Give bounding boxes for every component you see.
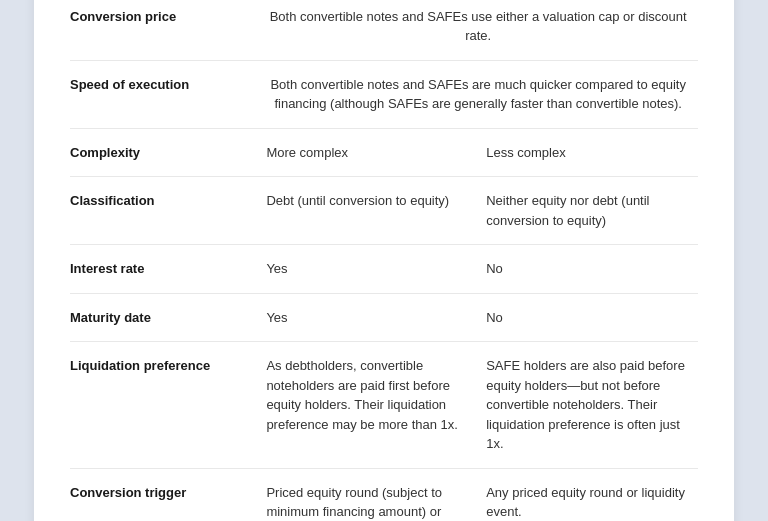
row-merged-speed-of-execution: Both convertible notes and SAFEs are muc… [258,60,698,128]
row-col2-interest-rate: No [478,245,698,294]
table-row-liquidation-preference: Liquidation preferenceAs debtholders, co… [70,342,698,469]
row-col1-classification: Debt (until conversion to equity) [258,177,478,245]
row-col1-maturity-date: Yes [258,293,478,342]
row-col1-interest-rate: Yes [258,245,478,294]
row-label-classification: Classification [70,177,258,245]
row-label-liquidation-preference: Liquidation preference [70,342,258,469]
row-col1-conversion-trigger: Priced equity round (subject to minimum … [258,468,478,521]
table-row-interest-rate: Interest rateYesNo [70,245,698,294]
row-col1-liquidation-preference: As debtholders, convertible noteholders … [258,342,478,469]
table-row-complexity: ComplexityMore complexLess complex [70,128,698,177]
row-label-complexity: Complexity [70,128,258,177]
table-row-conversion-trigger: Conversion triggerPriced equity round (s… [70,468,698,521]
row-col2-classification: Neither equity nor debt (until conversio… [478,177,698,245]
table-row-conversion-price: Conversion priceBoth convertible notes a… [70,0,698,60]
row-col2-liquidation-preference: SAFE holders are also paid before equity… [478,342,698,469]
row-col2-conversion-trigger: Any priced equity round or liquidity eve… [478,468,698,521]
table-row-maturity-date: Maturity dateYesNo [70,293,698,342]
table-row-classification: ClassificationDebt (until conversion to … [70,177,698,245]
row-merged-conversion-price: Both convertible notes and SAFEs use eit… [258,0,698,60]
row-label-conversion-trigger: Conversion trigger [70,468,258,521]
row-label-speed-of-execution: Speed of execution [70,60,258,128]
row-col2-maturity-date: No [478,293,698,342]
table-row-speed-of-execution: Speed of executionBoth convertible notes… [70,60,698,128]
comparison-card: Convertible Notes SAFEs Conversion price… [34,0,734,521]
row-col1-complexity: More complex [258,128,478,177]
comparison-table: Convertible Notes SAFEs Conversion price… [70,0,698,521]
row-col2-complexity: Less complex [478,128,698,177]
row-label-interest-rate: Interest rate [70,245,258,294]
row-label-conversion-price: Conversion price [70,0,258,60]
row-label-maturity-date: Maturity date [70,293,258,342]
